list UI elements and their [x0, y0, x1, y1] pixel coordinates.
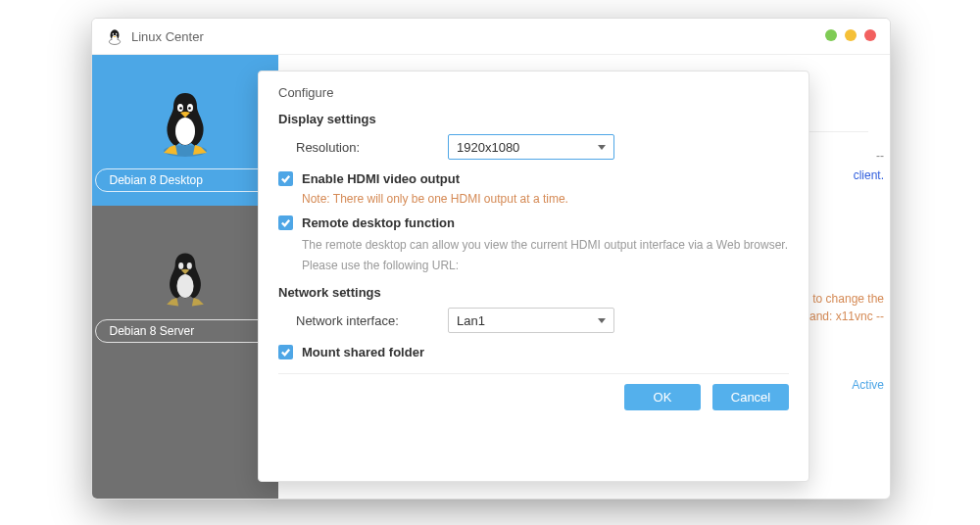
network-interface-label: Network interface: [296, 313, 448, 328]
display-settings-heading: Display settings [278, 112, 789, 126]
svg-point-4 [116, 33, 117, 35]
network-interface-select[interactable]: Lan1 [448, 308, 614, 333]
sidebar-item-debian-server[interactable]: Debian 8 Server [92, 206, 278, 357]
mount-shared-checkbox[interactable] [278, 345, 293, 359]
svg-point-9 [179, 107, 182, 110]
svg-point-6 [175, 118, 195, 145]
svg-point-13 [187, 262, 192, 269]
network-interface-value: Lan1 [457, 313, 485, 328]
chevron-down-icon [598, 145, 606, 150]
tux-icon [156, 90, 215, 159]
svg-point-11 [176, 274, 193, 298]
remote-desktop-label: Remote desktop function [302, 215, 455, 230]
svg-point-12 [178, 262, 183, 269]
resolution-value: 1920x1080 [457, 140, 519, 155]
chevron-down-icon [598, 318, 606, 323]
mount-shared-label: Mount shared folder [302, 345, 424, 359]
remote-help-1: The remote desktop can allow you view th… [302, 236, 789, 255]
ok-button[interactable]: OK [624, 384, 701, 410]
sidebar-item-label: Debian 8 Server [95, 319, 276, 343]
resolution-select[interactable]: 1920x1080 [448, 134, 614, 160]
hdmi-label: Enable HDMI video output [302, 171, 460, 186]
bg-client-link: client. [854, 168, 884, 182]
svg-point-10 [188, 107, 191, 110]
sidebar-item-debian-desktop[interactable]: Debian 8 Desktop [92, 55, 278, 206]
configure-dialog: Configure Display settings Resolution: 1… [258, 71, 809, 482]
remote-help-2: Please use the following URL: [302, 257, 789, 275]
hdmi-note: Note: There will only be one HDMI output… [302, 192, 789, 206]
network-settings-heading: Network settings [278, 285, 789, 300]
dialog-title: Configure [278, 85, 789, 100]
maximize-dot[interactable] [845, 29, 857, 41]
svg-point-3 [113, 33, 114, 35]
linux-icon [106, 27, 123, 45]
cancel-button[interactable]: Cancel [712, 384, 789, 410]
svg-point-2 [112, 35, 118, 42]
titlebar: Linux Center [92, 19, 890, 55]
close-dot[interactable] [864, 29, 876, 41]
sidebar-item-label: Debian 8 Desktop [95, 168, 276, 192]
remote-desktop-checkbox[interactable] [278, 215, 293, 230]
window-controls [825, 29, 876, 41]
bg-status: Active [852, 378, 884, 392]
hdmi-checkbox[interactable] [278, 171, 293, 186]
bg-dash: -- [876, 149, 884, 163]
app-title: Linux Center [131, 29, 204, 44]
tux-icon [160, 251, 211, 310]
minimize-dot[interactable] [825, 29, 837, 41]
sidebar: Debian 8 Desktop Debian 8 Server [92, 55, 278, 500]
resolution-label: Resolution: [296, 140, 448, 155]
